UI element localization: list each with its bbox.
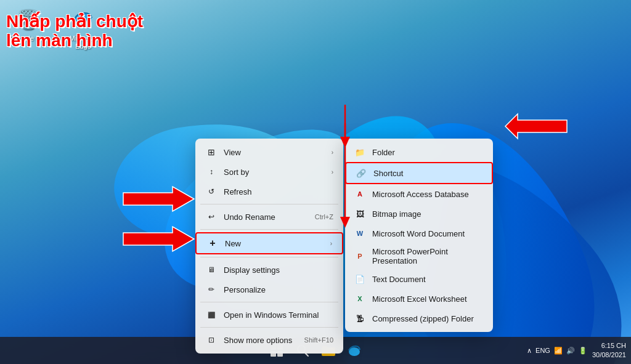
sort-icon: ↕ — [205, 166, 218, 178]
menu-item-new[interactable]: + New › — [195, 232, 343, 254]
volume-icon[interactable]: 🔊 — [566, 347, 575, 355]
powerpoint-icon: P — [354, 250, 366, 262]
menu-item-terminal[interactable]: ⬛ Open in Windows Terminal — [195, 305, 343, 325]
menu-item-display[interactable]: 🖥 Display settings — [195, 260, 343, 280]
refresh-icon: ↺ — [205, 185, 218, 198]
taskbar-right: ∧ ENG 📶 🔊 🔋 6:15 CH 30/08/2021 — [527, 341, 626, 360]
svg-marker-2 — [123, 227, 194, 251]
sort-label: Sort by — [224, 168, 332, 177]
display-icon: 🖥 — [205, 264, 218, 276]
menu-item-sort-by[interactable]: ↕ Sort by › — [195, 162, 343, 182]
zip-icon: 🗜 — [354, 312, 366, 325]
svg-marker-7 — [340, 137, 350, 148]
show-more-shortcut: Shift+F10 — [304, 336, 333, 344]
taskbar-sys-icons: ∧ ENG 📶 🔊 🔋 — [527, 347, 587, 355]
shortcut-label: Shortcut — [373, 169, 403, 178]
text-label: Text Document — [372, 275, 426, 284]
word-label: Microsoft Word Document — [372, 229, 465, 238]
taskbar-edge-button[interactable] — [343, 339, 365, 362]
arrow-right-1 — [123, 184, 197, 214]
wifi-icon[interactable]: 📶 — [554, 347, 563, 355]
terminal-label: Open in Windows Terminal — [224, 310, 333, 320]
submenu-item-zip[interactable]: 🗜 Compressed (zipped) Folder — [345, 309, 493, 328]
separator-2 — [200, 229, 338, 230]
terminal-icon: ⬛ — [205, 309, 218, 321]
chevron-up-icon[interactable]: ∧ — [527, 347, 532, 355]
refresh-label: Refresh — [224, 187, 333, 196]
menu-item-personalize[interactable]: ✏ Personalize — [195, 280, 343, 299]
separator-3 — [200, 257, 338, 257]
show-more-label: Show more options — [224, 336, 299, 345]
annotation-text: Nhấp phải chuộtlên màn hình — [6, 12, 143, 51]
submenu-item-powerpoint[interactable]: P Microsoft PowerPoint Presentation — [345, 243, 493, 269]
undo-icon: ↩ — [205, 211, 218, 223]
context-menu: ⊞ View › ↕ Sort by › ↺ Refresh ↩ Undo Re… — [195, 139, 343, 354]
powerpoint-label: Microsoft PowerPoint Presentation — [372, 247, 484, 265]
bitmap-label: Bitmap image — [372, 209, 421, 219]
new-icon: + — [206, 237, 219, 249]
clock-date: 30/08/2021 — [592, 350, 626, 360]
taskbar-eng-label: ENG — [535, 347, 550, 354]
personalize-label: Personalize — [224, 285, 333, 294]
submenu-item-excel[interactable]: X Microsoft Excel Worksheet — [345, 289, 493, 309]
menu-item-refresh[interactable]: ↺ Refresh — [195, 182, 343, 201]
svg-marker-1 — [123, 187, 194, 211]
view-label: View — [224, 148, 332, 157]
clock-time: 6:15 CH — [592, 341, 626, 350]
battery-icon: 🔋 — [579, 347, 587, 355]
submenu-item-word[interactable]: W Microsoft Word Document — [345, 224, 493, 243]
new-label: New — [225, 239, 330, 248]
arrow-right-2 — [123, 224, 197, 254]
text-doc-icon: 📄 — [354, 273, 366, 285]
menu-item-view[interactable]: ⊞ View › — [195, 142, 343, 162]
access-label: Microsoft Access Database — [372, 190, 469, 199]
excel-label: Microsoft Excel Worksheet — [372, 294, 467, 304]
menu-item-undo-rename[interactable]: ↩ Undo Rename Ctrl+Z — [195, 207, 343, 227]
submenu: 📁 Folder 🔗 Shortcut A Microsoft Access D… — [345, 139, 493, 332]
menu-item-show-more[interactable]: ⊡ Show more options Shift+F10 — [195, 330, 343, 350]
arrow-down-2 — [336, 105, 373, 154]
separator-5 — [200, 327, 338, 328]
taskbar-clock[interactable]: 6:15 CH 30/08/2021 — [592, 341, 626, 360]
separator-4 — [200, 302, 338, 302]
svg-marker-5 — [340, 217, 350, 228]
submenu-item-text[interactable]: 📄 Text Document — [345, 269, 493, 289]
submenu-item-bitmap[interactable]: 🖼 Bitmap image — [345, 204, 493, 224]
folder-label: Folder — [372, 148, 395, 157]
show-more-icon: ⊡ — [205, 334, 218, 346]
excel-icon: X — [354, 293, 366, 305]
personalize-icon: ✏ — [205, 283, 218, 296]
submenu-item-access[interactable]: A Microsoft Access Database — [345, 184, 493, 204]
arrow-right-3 — [505, 111, 567, 142]
view-icon: ⊞ — [205, 146, 218, 158]
submenu-item-shortcut[interactable]: 🔗 Shortcut — [345, 162, 493, 184]
svg-marker-3 — [505, 114, 567, 139]
separator-1 — [200, 204, 338, 204]
undo-label: Undo Rename — [224, 212, 310, 222]
display-label: Display settings — [224, 265, 333, 275]
zip-label: Compressed (zipped) Folder — [372, 314, 474, 323]
